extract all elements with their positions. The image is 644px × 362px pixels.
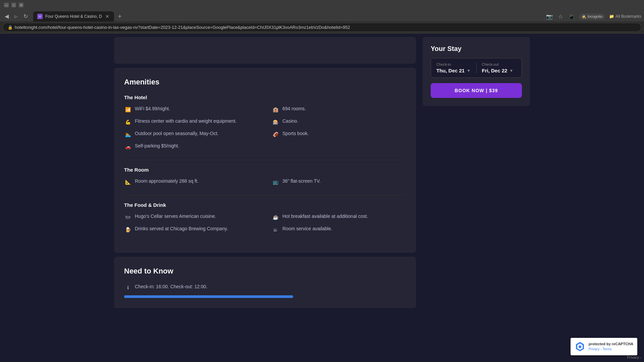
amenity-item-parking: Self-parking $5/night.	[124, 143, 258, 150]
privacy-bottom-label: Privacy -	[627, 355, 641, 359]
checkout-field[interactable]: Check-out Fri, Dec 22 ▼	[477, 62, 517, 73]
divider-room-food	[124, 195, 406, 195]
checkout-label: Check-out	[482, 62, 517, 66]
rooms-text: 694 rooms.	[282, 106, 306, 112]
wifi-text: WiFi $4.99/night.	[135, 106, 170, 112]
checkin-value[interactable]: Thu, Dec 21 ▼	[436, 68, 471, 73]
fitness-text: Fitness center with cardio and weight eq…	[135, 118, 237, 125]
amenity-item-fitness: Fitness center with cardio and weight eq…	[124, 118, 258, 126]
checkin-info-item: Check-in: 16:00. Check-out: 12:00.	[124, 284, 406, 291]
page-content: Amenities The Hotel WiFi $4.99/night. 69…	[0, 34, 644, 362]
active-tab[interactable]: H Four Queens Hotel & Casino, D ✕	[33, 11, 114, 21]
bookmark-folder-icon: 📁	[609, 14, 614, 19]
food-section: The Food & Drink Hugo's Cellar serves Am…	[124, 202, 406, 233]
amenity-item-pool: Outdoor pool open seasonally, May-Oct.	[124, 130, 258, 138]
wifi-icon	[124, 106, 131, 113]
recaptcha-text: protected by reCAPTCHA Privacy - Terms	[589, 342, 633, 351]
forward-button[interactable]: ▶	[12, 12, 20, 20]
book-now-button[interactable]: BOOK NOW | $39	[431, 83, 522, 98]
amenity-item-casino: Casino.	[272, 118, 406, 126]
main-layout: Amenities The Hotel WiFi $4.99/night. 69…	[107, 34, 537, 311]
parking-text: Self-parking $5/night.	[135, 143, 179, 149]
tab-close-button[interactable]: ✕	[105, 13, 110, 19]
room-size-icon	[124, 178, 131, 186]
recaptcha-icon	[575, 341, 585, 352]
checkout-value[interactable]: Fri, Dec 22 ▼	[482, 68, 517, 73]
all-bookmarks-label: All Bookmarks	[615, 14, 641, 19]
restore-button[interactable]: □	[11, 3, 16, 7]
checkin-field[interactable]: Check-in Thu, Dec 21 ▼	[436, 62, 477, 73]
address-bar[interactable]: 🔒 hoteltonight.com/hotel/four-queens-hot…	[3, 23, 641, 32]
amenity-item-drinks: Drinks served at Chicago Brewing Company…	[124, 226, 258, 233]
tablet-icon[interactable]: 📱	[567, 12, 576, 21]
restaurant-text: Hugo's Cellar serves American cuisine.	[135, 213, 216, 220]
checkin-info-icon	[124, 284, 131, 291]
drinks-text: Drinks served at Chicago Brewing Company…	[135, 226, 228, 232]
amenity-item-tv: 36" flat-screen TV.	[272, 178, 406, 186]
lock-icon: 🔒	[8, 25, 13, 30]
recaptcha-badge: protected by reCAPTCHA Privacy - Terms	[571, 338, 637, 355]
pool-icon	[124, 131, 131, 138]
casino-text: Casino.	[282, 118, 298, 125]
room-subtitle: The Room	[124, 167, 406, 173]
tv-icon	[272, 178, 279, 186]
your-stay-card: Your Stay Check-in Thu, Dec 21 ▼ Check-o…	[423, 37, 530, 106]
your-stay-title: Your Stay	[431, 45, 522, 53]
amenity-item-room-size: Room approximately 288 sq ft.	[124, 178, 258, 186]
amenity-item-restaurant: Hugo's Cellar serves American cuisine.	[124, 213, 258, 221]
amenity-item-sports: Sports book.	[272, 130, 406, 138]
progress-bar	[124, 295, 293, 298]
date-selector[interactable]: Check-in Thu, Dec 21 ▼ Check-out Fri, De…	[431, 58, 522, 78]
hotel-amenities-grid: WiFi $4.99/night. 694 rooms. Fitness cen…	[124, 106, 406, 150]
tv-text: 36" flat-screen TV.	[282, 178, 321, 185]
reload-button[interactable]: ↻	[21, 12, 30, 20]
amenity-item-room-service: Room service available.	[272, 226, 406, 233]
tab-title: Four Queens Hotel & Casino, D	[45, 14, 102, 19]
need-to-know-card: Need to Know Check-in: 16:00. Check-out:…	[114, 257, 416, 308]
minimize-button[interactable]: —	[4, 3, 9, 7]
amenities-title: Amenities	[124, 78, 406, 86]
sports-text: Sports book.	[282, 130, 309, 137]
new-tab-button[interactable]: +	[115, 12, 124, 21]
left-column: Amenities The Hotel WiFi $4.99/night. 69…	[114, 37, 416, 308]
room-service-icon	[272, 226, 279, 233]
amenity-item-breakfast: Hot breakfast available at additional co…	[272, 213, 406, 221]
incognito-label: Incognito	[588, 14, 603, 18]
checkin-dropdown-arrow: ▼	[467, 68, 471, 73]
privacy-link[interactable]: Privacy	[589, 347, 600, 351]
food-amenities-grid: Hugo's Cellar serves American cuisine. H…	[124, 213, 406, 233]
divider-hotel-room	[124, 160, 406, 160]
food-subtitle: The Food & Drink	[124, 202, 406, 208]
need-to-know-title: Need to Know	[124, 267, 406, 276]
recaptcha-line1: protected by reCAPTCHA	[589, 342, 633, 347]
room-size-text: Room approximately 288 sq ft.	[135, 178, 199, 185]
amenity-item-wifi: WiFi $4.99/night.	[124, 106, 258, 113]
breakfast-text: Hot breakfast available at additional co…	[282, 213, 368, 220]
casino-icon	[272, 118, 279, 126]
browser-chrome: — □ ✕ ◀ ▶ ↻ H Four Queens Hotel & Casino…	[0, 0, 644, 34]
amenity-item-rooms: 694 rooms.	[272, 106, 406, 113]
top-card	[114, 37, 416, 64]
window-controls: — □ ✕	[4, 3, 23, 7]
amenities-card: Amenities The Hotel WiFi $4.99/night. 69…	[114, 68, 416, 253]
title-bar: — □ ✕	[0, 0, 644, 10]
right-column: Your Stay Check-in Thu, Dec 21 ▼ Check-o…	[423, 37, 530, 106]
pool-text: Outdoor pool open seasonally, May-Oct.	[135, 130, 219, 137]
recaptcha-line2: Privacy - Terms	[589, 347, 633, 352]
back-button[interactable]: ◀	[3, 12, 11, 20]
room-amenities-grid: Room approximately 288 sq ft. 36" flat-s…	[124, 178, 406, 186]
hotel-section: The Hotel WiFi $4.99/night. 694 rooms.	[124, 95, 406, 150]
restaurant-icon	[124, 214, 131, 221]
terms-link[interactable]: Terms	[602, 347, 611, 351]
address-bar-row: 🔒 hoteltonight.com/hotel/four-queens-hot…	[0, 21, 644, 33]
checkin-label: Check-in	[436, 62, 471, 66]
url-text: hoteltonight.com/hotel/four-queens-hotel…	[15, 25, 350, 30]
bookmark-star-icon[interactable]: ☆	[557, 12, 564, 21]
camera-icon[interactable]: 📷	[545, 12, 554, 21]
incognito-badge: 🕵 Incognito	[579, 13, 605, 20]
tab-favicon: H	[37, 14, 43, 19]
close-button[interactable]: ✕	[19, 3, 23, 7]
fitness-icon	[124, 118, 131, 126]
sports-icon	[272, 131, 279, 138]
hotel-subtitle: The Hotel	[124, 95, 406, 100]
